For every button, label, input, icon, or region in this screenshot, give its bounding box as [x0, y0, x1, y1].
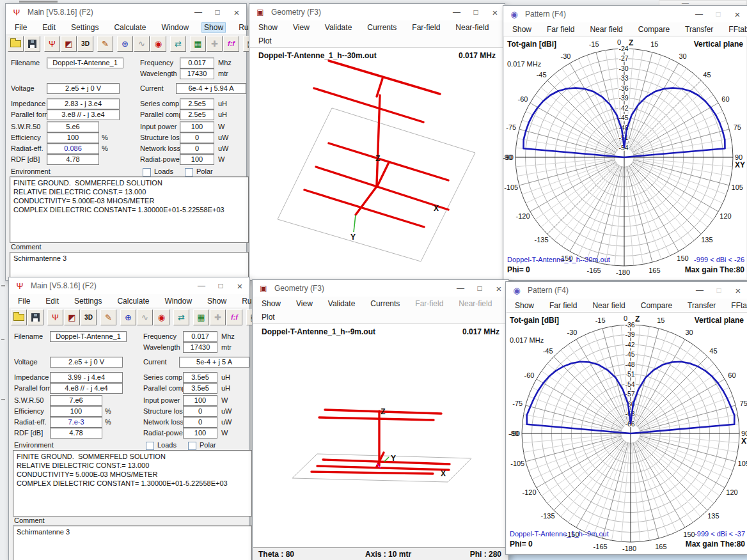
menu-item-show[interactable]: Show [512, 300, 537, 311]
far-field-pattern-button[interactable]: ⊕ [120, 309, 136, 325]
calculator-button[interactable]: ▦ [193, 309, 209, 325]
loads-checkbox[interactable] [143, 168, 151, 176]
menu-item-far-field[interactable]: Far field [544, 24, 577, 35]
save-file-button[interactable] [28, 309, 43, 325]
structure-loss-input[interactable]: 0 [183, 406, 217, 417]
menu-item-plot[interactable]: Plot [256, 36, 274, 46]
minimize-button[interactable]: — [690, 286, 709, 295]
efficiency-input[interactable]: 100 [50, 406, 102, 417]
menu-item-fftab[interactable]: FFtab [726, 24, 747, 35]
menu-item-near-field[interactable]: Near-field [456, 299, 494, 309]
antenna-button[interactable]: Ψ [47, 309, 63, 325]
menu-item-view[interactable]: View [290, 22, 312, 33]
menu-item-currents[interactable]: Currents [365, 22, 399, 33]
menu-item-currents[interactable]: Currents [368, 299, 402, 309]
main-window-bottom[interactable]: Ψ Main [V5.8.16] (F2) — □ × FileEditSett… [8, 277, 250, 560]
menu-item-show[interactable]: Show [256, 22, 280, 33]
radiat-power-input[interactable]: 100 [183, 428, 217, 439]
calculator-button[interactable]: ▦ [190, 36, 206, 52]
radiat-eff-input[interactable]: 0.086 [47, 143, 99, 154]
environment-box[interactable]: FINITE GROUND. SOMMERFELD SOLUTION RELAT… [10, 176, 249, 243]
menu-item-near-field[interactable]: Near field [590, 300, 627, 311]
geometry-view-button[interactable]: ◩ [61, 36, 77, 52]
wavelength-input[interactable]: 17430 [180, 68, 214, 79]
3d-view-button[interactable]: 3D [81, 309, 97, 325]
menu-item-far-field[interactable]: Far-field [409, 22, 443, 33]
s-w-r-50-input[interactable]: 5.e6 [47, 121, 99, 132]
titlebar[interactable]: ◉ Pattern (F4) — □ × [503, 6, 747, 23]
menu-item-validate[interactable]: Validate [322, 22, 354, 33]
menu-item-fftab[interactable]: FFtab [728, 300, 747, 311]
menu-item-calculate[interactable]: Calculate [111, 22, 148, 33]
menu-item-compare[interactable]: Compare [638, 300, 675, 311]
menu-item-near-field[interactable]: Near field [587, 24, 625, 35]
titlebar[interactable]: Ψ Main [V5.8.16] (F2) — □ × [6, 4, 246, 21]
maximize-button[interactable]: □ [470, 284, 489, 293]
menu-item-show[interactable]: Show [259, 299, 283, 309]
maximize-button[interactable]: □ [466, 8, 485, 17]
maximize-button[interactable]: □ [709, 10, 728, 19]
main-window-top[interactable]: Ψ Main [V5.8.16] (F2) — □ × FileEditSett… [5, 3, 247, 281]
close-button[interactable]: × [230, 281, 249, 292]
close-button[interactable]: × [227, 7, 246, 18]
rdf-db-input[interactable]: 4.78 [50, 428, 102, 439]
s-w-r-50-input[interactable]: 7.e6 [50, 395, 102, 406]
frequency-input[interactable]: 0.017 [180, 58, 214, 68]
comment-box[interactable]: Schirmantenne 3 [13, 525, 252, 560]
3d-view-button[interactable]: 3D [77, 36, 93, 52]
filename-input[interactable]: Doppel-T-Antenne_1 [47, 58, 123, 68]
minimize-button[interactable]: — [192, 281, 211, 290]
menu-item-near-field[interactable]: Near-field [453, 22, 491, 33]
series-comp-input[interactable]: 2.5e5 [180, 98, 214, 109]
far-field-pattern-button[interactable]: ⊕ [117, 36, 133, 52]
minimize-button[interactable]: — [189, 8, 208, 17]
rdf-db-input[interactable]: 4.78 [47, 154, 99, 165]
scale-1-1-button[interactable]: f:f [223, 36, 239, 52]
menu-item-window[interactable]: Window [159, 22, 191, 33]
minimize-button[interactable]: — [689, 10, 709, 19]
menu-item-edit[interactable]: Edit [43, 296, 61, 306]
impedance-input[interactable]: 3.99 - j 4.e4 [50, 372, 123, 383]
close-button[interactable]: × [728, 285, 747, 296]
menu-item-view[interactable]: View [294, 299, 315, 309]
menu-item-settings[interactable]: Settings [72, 296, 104, 306]
menu-item-show[interactable]: Show [205, 296, 229, 306]
menu-item-file[interactable]: File [12, 22, 29, 33]
filename-input[interactable]: Doppel-T-Antenne_1 [50, 331, 127, 342]
titlebar[interactable]: Ψ Main [V5.8.16] (F2) — □ × [9, 277, 249, 295]
radiat-power-input[interactable]: 100 [180, 154, 214, 165]
structure-loss-input[interactable]: 0 [180, 132, 214, 143]
efficiency-input[interactable]: 100 [47, 132, 99, 143]
voltage-input[interactable]: 2.e5 + j 0 V [47, 83, 120, 94]
3d-pattern-button[interactable]: ◉ [153, 309, 169, 325]
loads-checkbox[interactable] [146, 442, 154, 450]
network-loss-input[interactable]: 0 [180, 143, 214, 154]
3d-pattern-button[interactable]: ◉ [150, 36, 166, 52]
menu-item-edit[interactable]: Edit [40, 22, 58, 33]
frequency-input[interactable]: 0.017 [183, 331, 217, 342]
antenna-button[interactable]: Ψ [44, 36, 60, 52]
minimize-button[interactable]: — [451, 284, 470, 293]
close-button[interactable]: × [485, 7, 505, 18]
maximize-button[interactable]: □ [208, 8, 227, 17]
radiat-eff-input[interactable]: 7.e-3 [50, 417, 102, 428]
maximize-button[interactable]: □ [211, 281, 230, 290]
titlebar[interactable]: ▣ Geometry (F3) — □ × [249, 4, 505, 21]
menu-item-validate[interactable]: Validate [326, 299, 358, 309]
menu-item-transfer[interactable]: Transfer [685, 300, 718, 311]
input-power-input[interactable]: 100 [183, 395, 217, 406]
open-file-button[interactable] [11, 309, 27, 325]
menu-item-settings[interactable]: Settings [68, 22, 101, 33]
wavelength-input[interactable]: 17430 [183, 342, 217, 353]
pattern-plot[interactable] [507, 312, 747, 554]
current-input[interactable]: 6e-4 + j 5.94 A [176, 83, 246, 94]
comment-box[interactable]: Schirmantenne 3 [10, 252, 249, 280]
voltage-input[interactable]: 2.e5 + j 0 V [50, 357, 123, 368]
menu-item-show[interactable]: Show [201, 22, 226, 33]
menu-item-window[interactable]: Window [162, 296, 194, 306]
open-file-button[interactable] [8, 36, 24, 52]
input-power-input[interactable]: 100 [180, 121, 214, 132]
current-input[interactable]: 5e-4 + j 5 A [179, 357, 249, 368]
menu-item-calculate[interactable]: Calculate [114, 296, 152, 306]
optimizer-button[interactable]: ⇄ [173, 309, 189, 325]
